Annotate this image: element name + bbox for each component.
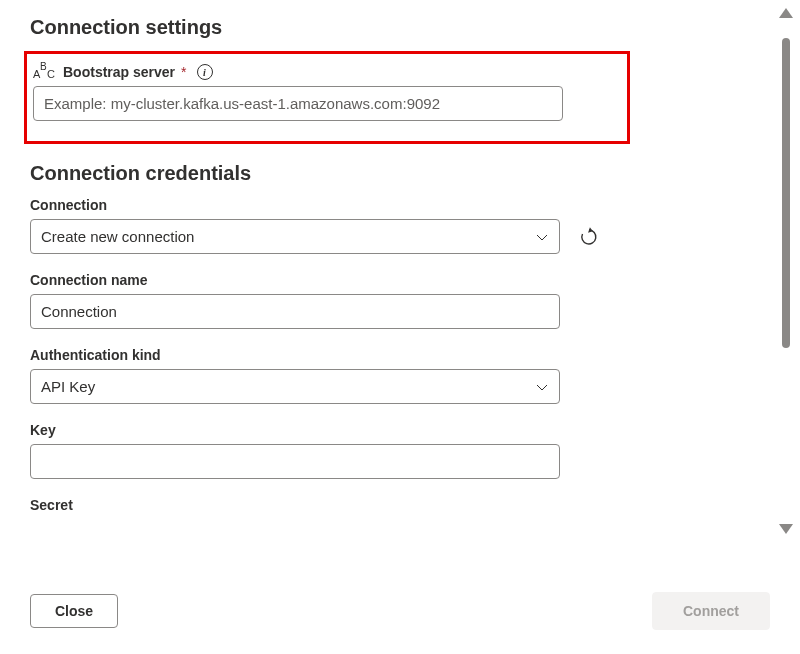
refresh-icon[interactable] [578,226,600,248]
scroll-down-arrow-icon[interactable] [779,524,793,534]
connection-settings-heading: Connection settings [30,16,770,39]
bootstrap-server-input[interactable] [33,86,563,121]
dialog-footer: Close Connect [0,573,800,654]
connection-row: Create new connection [30,219,770,254]
text-type-icon: C [33,64,57,80]
connection-credentials-heading: Connection credentials [30,162,770,185]
key-label: Key [30,422,770,438]
key-input[interactable] [30,444,560,479]
bootstrap-server-highlighted-section: C Bootstrap server * i [24,51,630,144]
secret-label: Secret [30,497,770,513]
bootstrap-server-label: Bootstrap server [63,64,175,80]
bootstrap-server-label-row: C Bootstrap server * i [33,64,617,80]
auth-kind-label: Authentication kind [30,347,770,363]
required-indicator: * [181,64,186,80]
secret-field-group: Secret [30,497,770,513]
form-content: Connection settings C Bootstrap server *… [0,0,800,540]
auth-kind-field-group: Authentication kind API Key [30,347,770,404]
close-button[interactable]: Close [30,594,118,628]
connection-select[interactable]: Create new connection [30,219,560,254]
auth-kind-select[interactable]: API Key [30,369,560,404]
connection-select-wrapper: Create new connection [30,219,560,254]
scroll-thumb[interactable] [782,38,790,348]
connection-name-field-group: Connection name [30,272,770,329]
connect-button[interactable]: Connect [652,592,770,630]
connection-field-group: Connection Create new connection [30,197,770,254]
connection-name-label: Connection name [30,272,770,288]
scroll-up-arrow-icon[interactable] [779,8,793,18]
scrollbar [778,8,794,534]
connection-label: Connection [30,197,770,213]
key-field-group: Key [30,422,770,479]
info-icon[interactable]: i [197,64,213,80]
connection-name-input[interactable] [30,294,560,329]
auth-kind-select-wrapper: API Key [30,369,560,404]
